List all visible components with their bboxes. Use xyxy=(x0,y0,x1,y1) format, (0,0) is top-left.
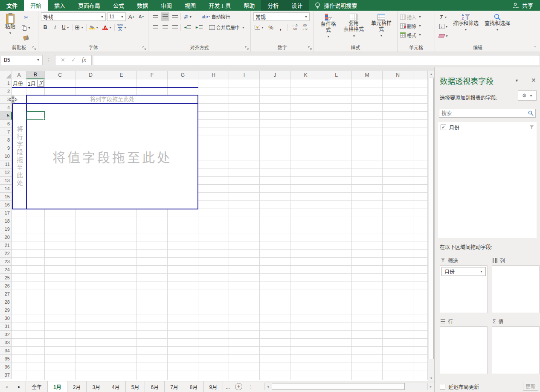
column-header-B[interactable]: B xyxy=(26,71,45,79)
new-sheet-button[interactable]: + xyxy=(235,383,242,390)
underline-button[interactable]: U▼ xyxy=(61,23,71,32)
alignment-dialog-launcher[interactable] xyxy=(245,46,249,50)
pivot-column-drop-zone[interactable]: 将列字段拖至此处 xyxy=(26,95,198,104)
comma-style-button[interactable]: , xyxy=(276,23,285,32)
sheet-tab-7月[interactable]: 7月 xyxy=(165,381,184,392)
autosum-button[interactable]: Σ▼ xyxy=(438,13,450,21)
row-header-16[interactable]: 16 xyxy=(0,201,12,209)
pane-options-chevron[interactable]: ▼ xyxy=(515,78,519,83)
row-header-27[interactable]: 27 xyxy=(0,290,12,298)
merge-center-button[interactable]: ↔合并后居中▼ xyxy=(209,23,245,32)
field-search-input[interactable] xyxy=(439,110,528,116)
horizontal-scroll-track[interactable] xyxy=(271,383,427,390)
row-header-13[interactable]: 13 xyxy=(0,177,12,185)
row-header-10[interactable]: 10 xyxy=(0,152,12,160)
grow-font-button[interactable]: A▲ xyxy=(127,12,136,21)
defer-layout-checkbox[interactable] xyxy=(440,384,445,389)
format-painter-button[interactable] xyxy=(20,34,32,42)
font-dialog-launcher[interactable] xyxy=(142,46,147,50)
formula-input[interactable] xyxy=(93,55,540,65)
increase-indent-button[interactable]: ► xyxy=(194,23,204,32)
row-header-7[interactable]: 7 xyxy=(0,128,12,136)
number-format-select[interactable]: 常规▼ xyxy=(253,12,310,21)
cut-button[interactable]: ✂ xyxy=(20,13,32,22)
percent-style-button[interactable]: % xyxy=(267,23,275,32)
font-size-select[interactable]: 11▼ xyxy=(107,12,126,21)
column-header-L[interactable]: L xyxy=(321,71,352,79)
tab-view[interactable]: 视图 xyxy=(178,0,202,11)
tab-formulas[interactable]: 公式 xyxy=(107,0,131,11)
field-item-月份[interactable]: ✓月份 xyxy=(438,122,537,132)
row-header-35[interactable]: 35 xyxy=(0,355,12,363)
sheet-tab-4月[interactable]: 4月 xyxy=(106,381,126,392)
scroll-right-arrow[interactable]: ► xyxy=(427,383,434,390)
tab-developer[interactable]: 开发工具 xyxy=(202,0,237,11)
update-button[interactable]: 更新 xyxy=(523,382,538,391)
scroll-left-arrow[interactable]: ◄ xyxy=(264,383,271,390)
row-header-20[interactable]: 20 xyxy=(0,233,12,241)
scroll-up-arrow[interactable]: ▲ xyxy=(428,71,434,77)
column-header-K[interactable]: K xyxy=(290,71,321,79)
tab-page-layout[interactable]: 页面布局 xyxy=(72,0,107,11)
phonetic-guide-button[interactable]: wén文▼ xyxy=(116,23,128,32)
row-header-5[interactable]: 5 xyxy=(0,112,12,120)
row-header-36[interactable]: 36 xyxy=(0,363,12,371)
sheetbar-splitter[interactable]: ⋮ xyxy=(245,381,257,392)
cell-a1-filter-field[interactable]: 月份 xyxy=(13,80,23,87)
row-header-6[interactable]: 6 xyxy=(0,120,12,128)
cell-b1-filter-value[interactable]: 1月 xyxy=(28,80,36,87)
delete-cells-button[interactable]: ✕删除▼ xyxy=(400,22,433,30)
find-select-button[interactable]: 查找和选择 ▼ xyxy=(482,12,513,40)
accounting-format-button[interactable]: ¥▼ xyxy=(253,23,265,32)
fill-color-button[interactable]: ▼ xyxy=(88,23,100,32)
align-left-button[interactable] xyxy=(151,23,160,32)
clear-button[interactable]: ▼ xyxy=(438,32,450,40)
row-header-9[interactable]: 9 xyxy=(0,144,12,152)
horizontal-scrollbar[interactable]: ◄ ► xyxy=(264,383,434,390)
tab-home[interactable]: 开始 xyxy=(24,0,48,11)
row-header-30[interactable]: 30 xyxy=(0,314,12,322)
align-middle-button[interactable] xyxy=(161,12,169,21)
column-header-H[interactable]: H xyxy=(198,71,229,79)
row-header-32[interactable]: 32 xyxy=(0,331,12,339)
row-header-21[interactable]: 21 xyxy=(0,241,12,250)
orientation-button[interactable]: ab▼ xyxy=(182,12,193,21)
sheet-tab-8月[interactable]: 8月 xyxy=(184,381,204,392)
vertical-scroll-thumb[interactable] xyxy=(429,78,434,359)
row-header-26[interactable]: 26 xyxy=(0,282,12,290)
pivot-row-drop-zone[interactable]: 将行字段拖至此处 xyxy=(13,104,27,209)
bold-button[interactable]: B xyxy=(41,23,49,32)
tab-analyze[interactable]: 分析 xyxy=(261,0,285,11)
align-bottom-button[interactable] xyxy=(171,12,179,21)
field-search-box[interactable] xyxy=(439,109,536,118)
select-all-button[interactable] xyxy=(0,71,12,79)
tab-insert[interactable]: 插入 xyxy=(48,0,72,11)
fill-handle[interactable] xyxy=(44,119,46,121)
row-header-37[interactable]: 37 xyxy=(0,371,12,379)
insert-function-button[interactable]: fx xyxy=(82,57,86,64)
columns-drop-area[interactable] xyxy=(492,265,540,313)
selected-cell[interactable] xyxy=(26,111,45,120)
align-center-button[interactable] xyxy=(161,23,169,32)
row-header-2[interactable]: 2 xyxy=(0,87,12,96)
field-checkbox[interactable]: ✓ xyxy=(441,125,446,130)
number-dialog-launcher[interactable] xyxy=(308,46,312,50)
sheet-tab-全年[interactable]: 全年 xyxy=(26,381,48,392)
scroll-down-arrow[interactable]: ▼ xyxy=(428,375,434,381)
confirm-entry-button[interactable]: ✓ xyxy=(71,57,76,63)
sheet-tab-3月[interactable]: 3月 xyxy=(87,381,106,392)
row-header-28[interactable]: 28 xyxy=(0,298,12,306)
row-header-4[interactable]: 4 xyxy=(0,104,12,112)
format-cells-button[interactable]: 格式▼ xyxy=(400,31,433,39)
paste-button[interactable]: 粘贴 ▼ xyxy=(3,12,18,42)
cell-styles-button[interactable]: 单元格样式 ▼ xyxy=(367,12,395,40)
tab-file[interactable]: 文件 xyxy=(0,0,24,11)
chip-dropdown-arrow[interactable]: ▼ xyxy=(480,270,483,273)
borders-button[interactable]: ⊞▼ xyxy=(74,23,85,32)
row-header-25[interactable]: 25 xyxy=(0,274,12,282)
decrease-decimal-button[interactable]: .00→.0 xyxy=(300,23,309,32)
tab-review[interactable]: 审阅 xyxy=(154,0,178,11)
column-header-G[interactable]: G xyxy=(168,71,198,79)
sheet-tab-9月[interactable]: 9月 xyxy=(204,381,224,392)
row-header-11[interactable]: 11 xyxy=(0,160,12,168)
